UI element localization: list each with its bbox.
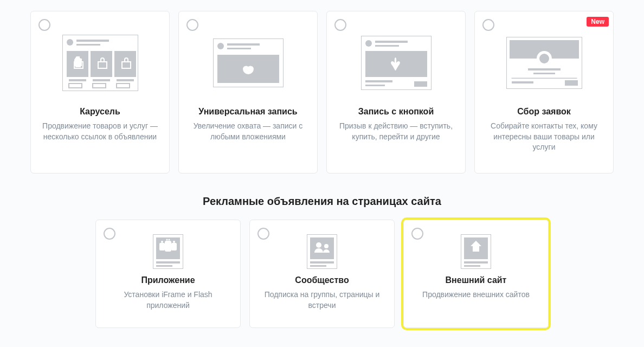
svg-point-30 <box>539 54 549 63</box>
section-title-site-ads: Рекламные объявления на страницах сайта <box>0 195 644 208</box>
svg-rect-10 <box>93 83 106 88</box>
svg-point-15 <box>217 43 224 49</box>
svg-rect-32 <box>533 73 555 74</box>
radio-unchecked-icon[interactable] <box>257 228 269 240</box>
svg-rect-16 <box>227 43 260 46</box>
svg-rect-40 <box>171 243 177 250</box>
svg-rect-52 <box>310 265 326 267</box>
ad-format-card-community[interactable]: Сообщество Подписка на группы, страницы … <box>249 220 395 328</box>
card-desc: Продвижение внешних сайтов <box>419 290 533 300</box>
svg-rect-25 <box>365 85 385 86</box>
preview-community-icon <box>257 231 387 272</box>
ad-format-card-application[interactable]: Приложение Установки iFrame и Flash прил… <box>95 220 241 328</box>
svg-rect-51 <box>310 261 334 264</box>
preview-application-icon <box>104 231 233 272</box>
svg-rect-56 <box>464 265 480 267</box>
svg-rect-22 <box>375 45 399 47</box>
svg-point-41 <box>173 241 175 243</box>
svg-rect-45 <box>156 261 180 264</box>
radio-unchecked-icon[interactable] <box>104 228 115 240</box>
card-desc: Увеличение охвата — записи с любыми влож… <box>186 121 310 142</box>
ad-format-card-carousel[interactable]: Карусель Продвижение товаров и услуг — н… <box>30 11 170 174</box>
card-desc: Установки iFrame и Flash приложений <box>104 290 233 311</box>
svg-rect-9 <box>93 79 110 81</box>
svg-rect-26 <box>414 81 427 87</box>
card-desc: Собирайте контакты тех, кому интересны в… <box>482 121 606 153</box>
preview-universal-post-icon <box>186 22 310 104</box>
svg-rect-46 <box>156 265 172 267</box>
preview-external-site-icon <box>411 231 540 272</box>
card-title: Универсальная запись <box>198 107 297 117</box>
ad-format-row-posts: Карусель Продвижение товаров и услуг — н… <box>0 0 644 174</box>
svg-rect-6 <box>69 83 82 88</box>
svg-rect-8 <box>91 51 112 77</box>
svg-point-39 <box>161 241 163 243</box>
svg-rect-7 <box>75 63 81 67</box>
svg-point-1 <box>67 39 73 46</box>
card-title: Сбор заявок <box>517 107 571 117</box>
svg-rect-12 <box>117 79 134 81</box>
ad-format-card-universal-post[interactable]: Универсальная запись Увеличение охвата —… <box>178 11 318 174</box>
svg-rect-55 <box>464 261 488 264</box>
card-title: Запись с кнопкой <box>358 107 434 117</box>
ad-format-card-lead-form[interactable]: New Сбор заявок Собирайте контакты тех, … <box>474 11 614 174</box>
card-desc: Призыв к действию — вступить, купить, пе… <box>334 121 458 142</box>
radio-unchecked-icon[interactable] <box>482 19 494 31</box>
card-title: Внешний сайт <box>446 275 507 285</box>
ad-format-card-external-site[interactable]: Внешний сайт Продвижение внешних сайтов <box>403 220 549 328</box>
card-desc: Подписка на группы, страницы и встречи <box>257 290 387 311</box>
svg-rect-3 <box>76 44 100 46</box>
card-title: Приложение <box>141 275 195 285</box>
card-desc: Продвижение товаров и услуг — несколько … <box>38 121 162 142</box>
svg-rect-13 <box>117 83 130 88</box>
svg-rect-5 <box>69 79 86 81</box>
svg-rect-21 <box>375 41 408 43</box>
radio-unchecked-icon[interactable] <box>334 19 346 31</box>
svg-rect-35 <box>565 80 578 86</box>
preview-carousel-icon <box>38 22 162 104</box>
new-badge: New <box>587 17 609 27</box>
radio-unchecked-icon[interactable] <box>186 19 198 31</box>
preview-lead-form-icon <box>482 22 606 104</box>
svg-point-49 <box>316 242 321 248</box>
svg-rect-48 <box>310 237 334 259</box>
card-title: Карусель <box>80 107 120 117</box>
svg-point-44 <box>169 239 170 241</box>
svg-rect-42 <box>165 241 171 252</box>
svg-rect-24 <box>365 80 392 82</box>
svg-rect-2 <box>76 40 109 42</box>
svg-rect-34 <box>512 81 533 83</box>
radio-unchecked-icon[interactable] <box>38 19 50 31</box>
svg-point-50 <box>324 244 329 248</box>
svg-point-20 <box>365 40 372 47</box>
svg-rect-33 <box>512 78 577 79</box>
radio-unchecked-icon[interactable] <box>411 228 423 240</box>
svg-point-43 <box>166 239 168 241</box>
ad-format-row-site: Приложение Установки iFrame и Flash прил… <box>0 220 644 328</box>
card-title: Сообщество <box>295 275 349 285</box>
ad-format-card-post-with-button[interactable]: Запись с кнопкой Призыв к действию — вст… <box>326 11 466 174</box>
svg-rect-38 <box>159 243 165 250</box>
svg-rect-11 <box>114 51 136 77</box>
svg-rect-31 <box>528 68 561 70</box>
svg-rect-17 <box>227 48 251 49</box>
preview-post-with-button-icon <box>334 22 458 104</box>
